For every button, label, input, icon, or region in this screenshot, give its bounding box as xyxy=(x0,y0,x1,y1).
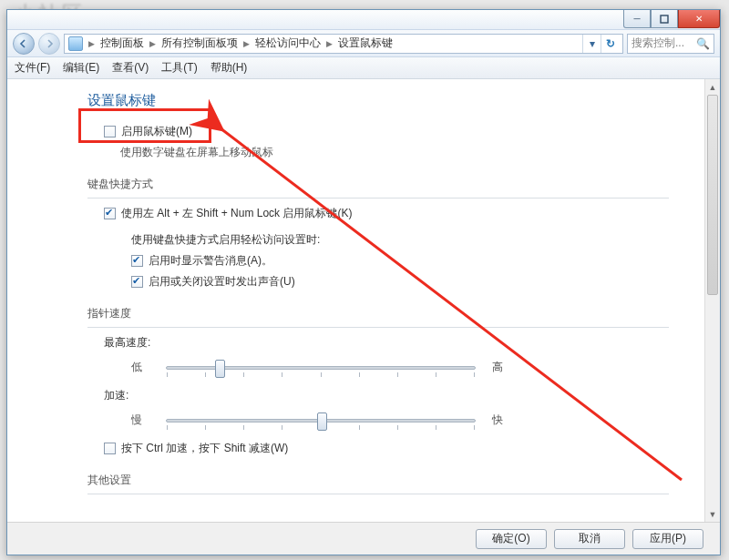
accel-slider-row: 慢 快 xyxy=(131,412,669,428)
nav-forward-button[interactable] xyxy=(38,33,60,55)
pointer-speed-section-label: 指针速度 xyxy=(87,306,669,321)
chevron-right-icon: ▶ xyxy=(148,39,158,48)
shortcut-when-label: 使用键盘快捷方式启用轻松访问设置时: xyxy=(131,232,669,248)
divider xyxy=(87,327,669,328)
menu-tools[interactable]: 工具(T) xyxy=(161,60,197,76)
cancel-button[interactable]: 取消 xyxy=(554,529,625,549)
content-area: 设置鼠标键 启用鼠标键(M) 使用数字键盘在屏幕上移动鼠标 键盘快捷方式 使用左… xyxy=(7,79,720,522)
breadcrumb-item[interactable]: 轻松访问中心 xyxy=(255,36,321,51)
accel-thumb[interactable] xyxy=(317,412,327,431)
search-icon: 🔍 xyxy=(696,37,710,50)
ok-button[interactable]: 确定(O) xyxy=(476,529,547,549)
close-button[interactable]: ✕ xyxy=(678,10,720,28)
refresh-button[interactable]: ↻ xyxy=(601,35,619,53)
shortcut-toggle-checkbox[interactable] xyxy=(104,208,116,219)
chevron-right-icon: ▶ xyxy=(87,39,97,48)
window-controls: ─ ✕ xyxy=(623,10,720,28)
breadcrumb-item[interactable]: 设置鼠标键 xyxy=(338,36,393,51)
shortcut-toggle-label: 使用左 Alt + 左 Shift + Num Lock 启用鼠标键(K) xyxy=(121,206,352,221)
apply-button[interactable]: 应用(P) xyxy=(632,529,703,549)
breadcrumb-item[interactable]: 所有控制面板项 xyxy=(161,36,238,51)
other-section-label: 其他设置 xyxy=(87,473,669,488)
address-bar-row: ▶ 控制面板 ▶ 所有控制面板项 ▶ 轻松访问中心 ▶ 设置鼠标键 ▾ ↻ 搜索… xyxy=(7,30,720,57)
vertical-scrollbar[interactable]: ▲ ▼ xyxy=(704,79,720,522)
accel-slider[interactable] xyxy=(166,419,476,423)
scrollbar-thumb[interactable] xyxy=(707,95,718,295)
svg-rect-0 xyxy=(661,15,668,23)
page-title: 设置鼠标键 xyxy=(87,92,669,109)
show-warning-label: 启用时显示警告消息(A)。 xyxy=(149,253,272,269)
show-warning-checkbox[interactable] xyxy=(131,255,143,267)
scroll-down-arrow-icon[interactable]: ▼ xyxy=(705,506,720,522)
chevron-right-icon: ▶ xyxy=(324,39,334,48)
menu-view[interactable]: 查看(V) xyxy=(112,60,149,76)
enable-mouse-keys-desc: 使用数字键盘在屏幕上移动鼠标 xyxy=(120,145,669,160)
scroll-up-arrow-icon[interactable]: ▲ xyxy=(705,79,720,95)
enable-mouse-keys-row: 启用鼠标键(M) xyxy=(104,124,669,139)
search-box[interactable]: 搜索控制... 🔍 xyxy=(627,34,714,54)
slider-high-label: 高 xyxy=(492,360,510,375)
make-sound-checkbox[interactable] xyxy=(131,276,143,288)
top-speed-thumb[interactable] xyxy=(215,360,225,378)
enable-mouse-keys-label: 启用鼠标键(M) xyxy=(121,124,192,139)
nav-back-button[interactable] xyxy=(13,33,35,55)
chevron-right-icon: ▶ xyxy=(241,39,252,48)
title-bar: 🔺 ─ ✕ xyxy=(7,10,720,30)
slider-slow-label: 慢 xyxy=(131,412,149,428)
shortcut-section-label: 键盘快捷方式 xyxy=(87,177,669,192)
make-sound-label: 启用或关闭设置时发出声音(U) xyxy=(149,274,295,290)
breadcrumb-item[interactable]: 控制面板 xyxy=(100,36,144,51)
menu-file[interactable]: 文件(F) xyxy=(15,60,50,76)
control-panel-icon xyxy=(68,36,83,51)
ctrl-shift-label: 按下 Ctrl 加速，按下 Shift 减速(W) xyxy=(121,441,288,456)
top-speed-label: 最高速度: xyxy=(104,335,669,351)
enable-mouse-keys-checkbox[interactable] xyxy=(104,126,116,137)
accel-label: 加速: xyxy=(104,388,669,403)
window: 🔺 ─ ✕ ▶ 控制面板 ▶ 所有控制面板项 ▶ 轻松访问中心 ▶ 设置鼠标键 xyxy=(6,9,721,555)
slider-low-label: 低 xyxy=(131,360,149,375)
history-dropdown-button[interactable]: ▾ xyxy=(582,35,601,53)
dialog-footer: 确定(O) 取消 应用(P) xyxy=(7,522,720,555)
slider-fast-label: 快 xyxy=(492,412,510,428)
maximize-button[interactable] xyxy=(651,10,678,28)
menu-help[interactable]: 帮助(H) xyxy=(210,60,248,76)
menu-edit[interactable]: 编辑(E) xyxy=(63,60,99,76)
top-speed-slider-row: 低 高 xyxy=(131,360,669,375)
breadcrumb-bar[interactable]: ▶ 控制面板 ▶ 所有控制面板项 ▶ 轻松访问中心 ▶ 设置鼠标键 ▾ ↻ xyxy=(64,34,623,54)
minimize-button[interactable]: ─ xyxy=(623,10,651,28)
ctrl-shift-checkbox[interactable] xyxy=(104,443,116,454)
divider xyxy=(87,198,669,199)
divider xyxy=(87,494,669,494)
top-speed-slider[interactable] xyxy=(166,366,476,370)
search-placeholder: 搜索控制... xyxy=(631,36,684,51)
menu-bar: 文件(F) 编辑(E) 查看(V) 工具(T) 帮助(H) xyxy=(7,57,720,79)
